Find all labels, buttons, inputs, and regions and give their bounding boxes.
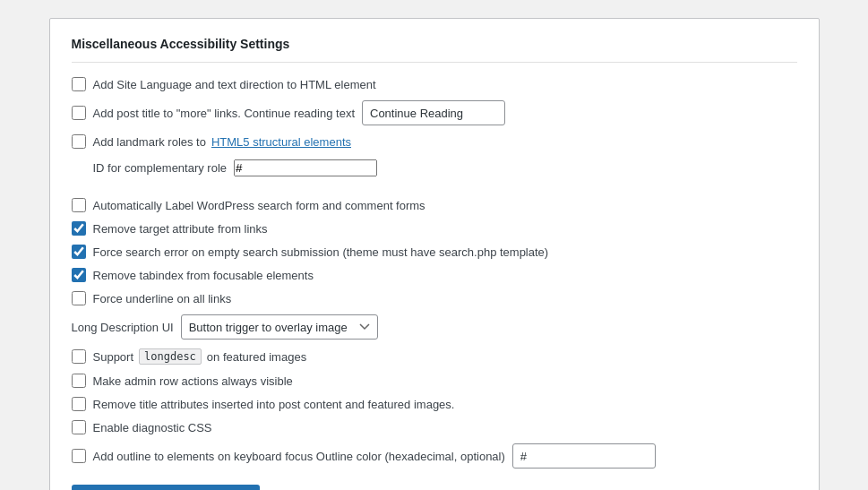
add-site-language-label: Add Site Language and text direction to … [93, 78, 376, 91]
auto-label-row: Automatically Label WordPress search for… [72, 198, 797, 212]
enable-diagnostic-checkbox[interactable] [72, 420, 86, 434]
settings-panel: Miscellaneous Accessibility Settings Add… [49, 18, 820, 490]
enable-diagnostic-label: Enable diagnostic CSS [93, 421, 212, 434]
id-complementary-input[interactable] [234, 159, 377, 176]
continue-reading-input[interactable] [362, 100, 505, 125]
support-longdesc-label: Support longdesc on featured images [93, 348, 307, 365]
add-outline-row: Add outline to elements on keyboard focu… [72, 443, 797, 469]
add-landmark-row: Add landmark roles to HTML5 structural e… [72, 134, 797, 149]
add-outline-label: Add outline to elements on keyboard focu… [93, 450, 505, 463]
longdesc-select[interactable]: Button trigger to overlay image Link to … [181, 314, 378, 340]
longdesc-code: longdesc [139, 348, 202, 365]
add-post-title-label: Add post title to "more" links. Continue… [93, 107, 356, 120]
add-site-language-checkbox[interactable] [72, 77, 86, 91]
settings-list: Add Site Language and text direction to … [72, 77, 797, 469]
admin-row-actions-label: Make admin row actions always visible [93, 374, 293, 388]
remove-title-attrs-checkbox[interactable] [72, 397, 86, 411]
force-underline-label: Force underline on all links [93, 292, 232, 305]
add-landmark-checkbox[interactable] [72, 134, 86, 149]
force-search-error-row: Force search error on empty search submi… [72, 245, 797, 259]
update-settings-button[interactable]: Update Miscellaneous Settings [72, 485, 261, 490]
id-complementary-row: ID for complementary role [93, 159, 797, 176]
longdesc-label: Long Description UI [72, 321, 174, 334]
remove-tabindex-label: Remove tabindex from focusable elements [93, 269, 314, 282]
remove-tabindex-row: Remove tabindex from focusable elements [72, 268, 797, 282]
add-site-language-row: Add Site Language and text direction to … [72, 77, 797, 91]
admin-row-actions-checkbox[interactable] [72, 374, 86, 388]
admin-row-actions-row: Make admin row actions always visible [72, 374, 797, 388]
add-outline-checkbox[interactable] [72, 449, 86, 463]
remove-title-attrs-label: Remove title attributes inserted into po… [93, 398, 455, 411]
add-post-title-checkbox[interactable] [72, 106, 86, 120]
add-landmark-label: Add landmark roles to HTML5 structural e… [93, 135, 352, 149]
html5-structural-link[interactable]: HTML5 structural elements [211, 135, 351, 149]
remove-target-checkbox[interactable] [72, 221, 86, 236]
enable-diagnostic-row: Enable diagnostic CSS [72, 420, 797, 434]
force-underline-checkbox[interactable] [72, 291, 86, 305]
remove-target-row: Remove target attribute from links [72, 221, 797, 236]
panel-title: Miscellaneous Accessibility Settings [72, 37, 797, 63]
longdesc-ui-row: Long Description UI Button trigger to ov… [72, 314, 797, 340]
remove-tabindex-checkbox[interactable] [72, 268, 86, 282]
remove-title-attrs-row: Remove title attributes inserted into po… [72, 397, 797, 411]
force-search-error-label: Force search error on empty search submi… [93, 245, 549, 259]
id-complementary-label: ID for complementary role [93, 161, 228, 175]
force-underline-row: Force underline on all links [72, 291, 797, 305]
support-longdesc-row: Support longdesc on featured images [72, 348, 797, 365]
add-post-title-row: Add post title to "more" links. Continue… [72, 100, 797, 125]
outline-color-input[interactable] [512, 443, 656, 469]
force-search-error-checkbox[interactable] [72, 245, 86, 259]
auto-label-checkbox[interactable] [72, 198, 86, 212]
remove-target-label: Remove target attribute from links [93, 222, 268, 236]
auto-label-label: Automatically Label WordPress search for… [93, 199, 425, 212]
support-longdesc-checkbox[interactable] [72, 349, 86, 364]
